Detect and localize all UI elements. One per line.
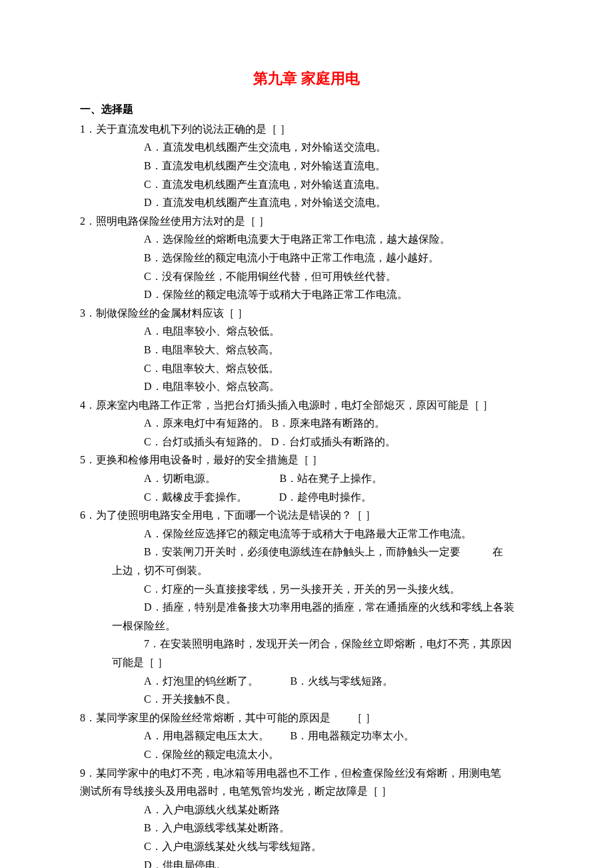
q2-opt-d: D．保险丝的额定电流等于或稍大于电路正常工作电流。 [144, 286, 533, 303]
q3-stem: 3．制做保险丝的金属材料应该［ ］ [80, 305, 533, 322]
q6-opt-d-part1: D．插座，特别是准备接大功率用电器的插座，常在通插座的火线和零线上各装 [144, 599, 533, 616]
question-1: 1．关于直流发电机下列的说法正确的是［ ］ A．直流发电机线圈产生交流电，对外输… [80, 121, 533, 211]
q5-line-ab: A．切断电源。 B．站在凳子上操作。 [144, 470, 533, 487]
q9-opt-a: A．入户电源线火线某处断路 [144, 801, 533, 819]
q9-stem2: 测试所有导线接头及用电器时，电笔氖管均发光，断定故障是［ ］ [80, 783, 533, 800]
q9-opt-c: C．入户电源线某处火线与零线短路。 [144, 838, 533, 855]
q1-opt-c: C．直流发电机线圈产生直流电，对外输送直流电。 [144, 176, 533, 193]
q4-stem: 4．原来室内电路工作正常，当把台灯插头插入电源时，电灯全部熄灭，原因可能是［ ］ [80, 397, 533, 414]
question-8: 8．某同学家里的保险丝经常熔断，其中可能的原因是 ［ ］ A．用电器额定电压太大… [80, 709, 533, 763]
q6-opt-a: A．保险丝应选择它的额定电流等于或稍大于电路最大正常工作电流。 [144, 525, 533, 543]
q2-stem: 2．照明电路保险丝使用方法对的是［ ］ [80, 213, 533, 230]
q7-stem: 7．在安装照明电路时，发现开关一闭合，保险丝立即熔断，电灯不亮，其原因 [144, 635, 533, 653]
chapter-title: 第九章 家庭用电 [80, 67, 533, 90]
question-9: 9．某同学家中的电灯不亮，电冰箱等用电器也不工作，但检查保险丝没有熔断，用测电笔… [80, 765, 533, 868]
q7-line-ab: A．灯泡里的钨丝断了。 B．火线与零线短路。 [144, 673, 533, 690]
question-3: 3．制做保险丝的金属材料应该［ ］ A．电阻率较小、熔点较低。 B．电阻率较大、… [80, 305, 533, 395]
q5-line-cd: C．戴橡皮手套操作。 D．趁停电时操作。 [144, 489, 533, 506]
q5-stem: 5．更换和检修用电设备时，最好的安全措施是［ ］ [80, 451, 533, 469]
q2-opt-a: A．选保险丝的熔断电流要大于电路正常工作电流，越大越保险。 [144, 231, 533, 248]
q9-stem1: 9．某同学家中的电灯不亮，电冰箱等用电器也不工作，但检查保险丝没有熔断，用测电笔 [80, 765, 533, 782]
q1-opt-b: B．直流发电机线圈产生交流电，对外输送直流电。 [144, 157, 533, 175]
q6-opt-d-part2: 一根保险丝。 [112, 617, 533, 635]
q8-stem: 8．某同学家里的保险丝经常熔断，其中可能的原因是 ［ ］ [80, 709, 533, 727]
q1-stem: 1．关于直流发电机下列的说法正确的是［ ］ [80, 121, 533, 138]
q6-opt-b-part2: 上边，切不可倒装。 [112, 562, 533, 579]
question-4: 4．原来室内电路工作正常，当把台灯插头插入电源时，电灯全部熄灭，原因可能是［ ］… [80, 397, 533, 451]
question-5: 5．更换和检修用电设备时，最好的安全措施是［ ］ A．切断电源。 B．站在凳子上… [80, 451, 533, 505]
q8-opt-c: C．保险丝的额定电流太小。 [144, 746, 533, 763]
q3-opt-d: D．电阻率较小、熔点较高。 [144, 378, 533, 395]
q3-opt-b: B．电阻率较大、熔点较高。 [144, 341, 533, 359]
q6-opt-b-part1: B．安装闸刀开关时，必须使电源线连在静触头上，而静触头一定要 在 [144, 543, 533, 561]
q1-opt-a: A．直流发电机线圈产生交流电，对外输送交流电。 [144, 139, 533, 156]
q4-line-ab: A．原来电灯中有短路的。 B．原来电路有断路的。 [144, 415, 533, 432]
q6-opt-c: C．灯座的一头直接接零线，另一头接开关，开关的另一头接火线。 [144, 581, 533, 598]
question-6: 6．为了使照明电路安全用电，下面哪一个说法是错误的？［ ］ A．保险丝应选择它的… [80, 507, 533, 634]
q3-opt-a: A．电阻率较小、熔点较低。 [144, 323, 533, 340]
q9-opt-b: B．入户电源线零线某处断路。 [144, 819, 533, 837]
q3-opt-c: C．电阻率较大、熔点较低。 [144, 360, 533, 377]
q1-opt-d: D．直流发电机线圈产生直流电，对外输送交流电。 [144, 194, 533, 211]
q2-opt-b: B．选保险丝的额定电流小于电路中正常工作电流，越小越好。 [144, 249, 533, 267]
q7-stem2: 可能是［ ］ [112, 654, 533, 671]
q8-line-ab: A．用电器额定电压太大。 B．用电器额定功率太小。 [144, 727, 533, 745]
q6-stem: 6．为了使照明电路安全用电，下面哪一个说法是错误的？［ ］ [80, 507, 533, 524]
question-2: 2．照明电路保险丝使用方法对的是［ ］ A．选保险丝的熔断电流要大于电路正常工作… [80, 213, 533, 303]
q7-opt-c: C．开关接触不良。 [144, 691, 533, 708]
q9-opt-d: D．供电局停电。 [144, 857, 533, 868]
section-header: 一、选择题 [80, 101, 533, 118]
question-7: 7．在安装照明电路时，发现开关一闭合，保险丝立即熔断，电灯不亮，其原因 可能是［… [80, 635, 533, 707]
q2-opt-c: C．没有保险丝，不能用铜丝代替，但可用铁丝代替。 [144, 268, 533, 285]
q4-line-cd: C．台灯或插头有短路的。 D．台灯或插头有断路的。 [144, 433, 533, 451]
